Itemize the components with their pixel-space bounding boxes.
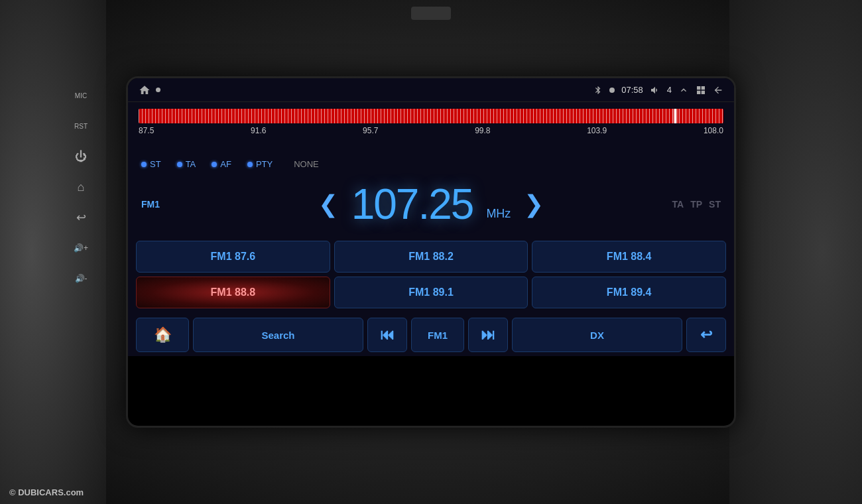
rds-ta-label: TA	[186, 159, 196, 169]
volume-level: 4	[667, 85, 672, 95]
bottom-bar: 🏠 Search ⏮ FM1 ⏭ DX ↩	[128, 314, 734, 356]
vent-decoration	[411, 7, 451, 20]
home-button[interactable]: 🏠	[136, 318, 189, 352]
band-button[interactable]: FM1	[411, 318, 464, 352]
preset-4[interactable]: FM1 88.8	[136, 277, 330, 308]
status-left	[139, 84, 588, 96]
rds-pty-dot	[247, 162, 253, 167]
band-bottom-label: FM1	[428, 330, 448, 341]
rds-pty-label: PTY	[256, 159, 273, 169]
tp-indicator: TP	[690, 199, 702, 210]
dot-indicator	[156, 88, 160, 92]
rds-af-dot	[212, 162, 217, 167]
next-track-icon: ⏭	[481, 326, 495, 344]
dx-button[interactable]: DX	[512, 318, 682, 352]
steering-area: MIC RST ⏻ ⌂ ↩ 🔊+ 🔊-	[0, 0, 106, 504]
side-buttons: MIC RST ⏻ ⌂ ↩ 🔊+ 🔊-	[72, 86, 90, 288]
home-side-button[interactable]: ⌂	[72, 178, 90, 196]
watermark: © DUBICARS.com	[9, 487, 84, 497]
freq-marker-5: 108.0	[704, 126, 723, 135]
freq-up-button[interactable]: ❯	[524, 192, 544, 216]
back-side-button[interactable]: ↩	[72, 208, 90, 227]
rds-row: ST TA AF PTY NONE	[128, 155, 734, 173]
scale-bar	[139, 109, 723, 123]
freq-down-button[interactable]: ❮	[318, 192, 338, 216]
status-bar: 07:58 4	[128, 78, 734, 102]
car-background: MIC RST ⏻ ⌂ ↩ 🔊+ 🔊-	[0, 0, 862, 504]
back-bottom-icon: ↩	[700, 326, 712, 344]
back-bottom-button[interactable]: ↩	[686, 318, 726, 352]
freq-marker-0: 87.5	[139, 126, 154, 135]
preset-5[interactable]: FM1 89.1	[334, 277, 528, 308]
rds-st: ST	[141, 159, 161, 169]
rds-af: AF	[212, 159, 231, 169]
time-display: 07:58	[621, 85, 643, 95]
frequency-number: 107.25	[351, 180, 473, 229]
scale-numbers: 87.5 91.6 95.7 99.8 103.9 108.0	[139, 123, 723, 135]
power-button[interactable]: ⏻	[72, 147, 90, 166]
freq-marker-4: 103.9	[587, 126, 607, 135]
home-icon: 🏠	[154, 326, 172, 344]
rst-button[interactable]: RST	[72, 117, 90, 135]
rds-st-dot	[141, 162, 147, 167]
status-right: 07:58 4	[593, 85, 723, 95]
preset-1[interactable]: FM1 87.6	[136, 241, 330, 273]
rds-st-label: ST	[150, 159, 161, 169]
frequency-scale: 87.5 91.6 95.7 99.8 103.9 108.0	[128, 102, 734, 155]
status-dot	[609, 88, 615, 93]
prev-track-icon: ⏮	[380, 326, 395, 344]
back-status-icon	[713, 85, 723, 95]
mic-button[interactable]: MIC	[72, 86, 90, 105]
right-area	[729, 0, 862, 504]
freq-marker-2: 95.7	[363, 126, 378, 135]
next-track-button[interactable]: ⏭	[468, 318, 508, 352]
ta-indicator: TA	[672, 199, 684, 210]
band-label: FM1	[141, 199, 160, 210]
rds-none-label: NONE	[294, 159, 319, 169]
scale-needle	[674, 109, 676, 123]
main-screen: 07:58 4	[126, 76, 736, 428]
frequency-display: FM1 ❮ 107.25 MHz ❯ TA TP ST	[128, 173, 734, 235]
rds-af-label: AF	[220, 159, 231, 169]
frequency-unit: MHz	[486, 207, 511, 229]
chevron-up-icon	[678, 85, 689, 95]
vol-up-button[interactable]: 🔊+	[72, 239, 90, 257]
search-button[interactable]: Search	[193, 318, 363, 352]
preset-3[interactable]: FM1 88.4	[532, 241, 726, 273]
prev-track-button[interactable]: ⏮	[367, 318, 407, 352]
rds-ta-dot	[177, 162, 182, 167]
home-status-icon	[139, 84, 151, 96]
presets-grid: FM1 87.6 FM1 88.2 FM1 88.4 FM1 88.8 FM1 …	[128, 235, 734, 314]
rds-pty: PTY	[247, 159, 273, 169]
search-label: Search	[261, 330, 294, 341]
freq-marker-1: 91.6	[251, 126, 266, 135]
preset-2[interactable]: FM1 88.2	[334, 241, 528, 273]
dx-label: DX	[590, 330, 604, 341]
bluetooth-icon	[593, 86, 603, 95]
st-indicator: ST	[709, 199, 721, 210]
preset-6[interactable]: FM1 89.4	[532, 277, 726, 308]
rds-ta: TA	[177, 159, 196, 169]
volume-icon	[650, 85, 660, 95]
ta-tp-st-row: TA TP ST	[672, 199, 721, 210]
window-icon	[696, 85, 706, 95]
vol-down-button[interactable]: 🔊-	[72, 269, 90, 288]
freq-marker-3: 99.8	[475, 126, 490, 135]
scale-ticks	[139, 109, 723, 123]
